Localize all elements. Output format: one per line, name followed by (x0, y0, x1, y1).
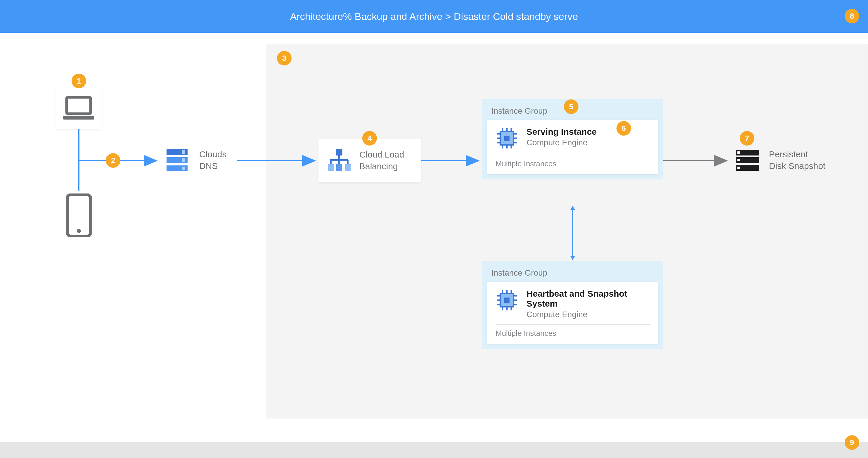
compute-engine-icon (496, 127, 518, 150)
phone-icon (65, 193, 92, 237)
svg-rect-0 (67, 97, 91, 114)
clb-line1: Cloud Load (359, 149, 404, 161)
phone-card (61, 190, 96, 240)
svg-rect-41 (737, 151, 740, 154)
svg-rect-42 (737, 159, 740, 161)
badge-6: 6 (616, 121, 631, 135)
divider (496, 155, 650, 155)
svg-point-3 (77, 229, 81, 233)
dns-line1: Clouds (199, 149, 226, 160)
disk-snapshot-icon (733, 146, 762, 174)
svg-rect-21 (345, 164, 350, 171)
svg-rect-1 (63, 116, 94, 120)
ig1-card-title: Serving Instance (526, 127, 597, 137)
load-balancer-icon (327, 148, 352, 173)
svg-rect-11 (182, 166, 185, 170)
pds-node: Persistent Disk Snapshot (733, 146, 825, 174)
badge-4: 4 (362, 131, 377, 146)
clb-label: Cloud Load Balancing (359, 149, 404, 173)
ig1-text: Serving Instance Compute Engine (526, 127, 597, 147)
svg-rect-24 (504, 135, 509, 141)
ig2-card: Heartbeat and Snapshot System Compute En… (487, 282, 658, 344)
ig1-card-subtitle: Compute Engine (526, 138, 597, 147)
ig1-card-meta: Multiple Instances (496, 159, 650, 169)
laptop-icon (63, 96, 95, 122)
pds-line1: Persistent (769, 149, 825, 160)
header-bar: Architecture% Backup and Archive > Disas… (0, 0, 868, 33)
dns-label: Clouds DNS (199, 149, 226, 172)
ig2-title: Instance Group (487, 266, 658, 282)
pds-line2: Disk Snapshot (769, 160, 825, 172)
dns-icon (164, 146, 192, 174)
svg-rect-43 (737, 166, 740, 169)
svg-rect-13 (336, 149, 342, 155)
diagram-canvas: 3 1 2 (0, 33, 868, 442)
pds-label: Persistent Disk Snapshot (769, 149, 825, 172)
svg-rect-10 (182, 158, 185, 162)
badge-8: 8 (845, 9, 859, 23)
instance-group-2: Instance Group Heartbeat and Snapshot Sy… (482, 261, 663, 349)
laptop-card (56, 88, 102, 129)
badge-2: 2 (106, 153, 120, 168)
badge-7: 7 (740, 131, 754, 146)
clb-line2: Balancing (359, 160, 404, 173)
ig1-card: Serving Instance Compute Engine Multiple… (487, 120, 658, 174)
page-title: Architecture% Backup and Archive > Disas… (290, 11, 578, 22)
dns-node: Clouds DNS (164, 146, 226, 174)
ig2-card-title: Heartbeat and Snapshot System (526, 289, 650, 309)
svg-rect-19 (328, 164, 334, 171)
badge-9: 9 (845, 435, 859, 450)
footer-bar: 9 (0, 442, 868, 458)
badge-5: 5 (564, 99, 579, 114)
dns-line2: DNS (199, 160, 226, 172)
ig2-card-subtitle: Compute Engine (526, 310, 650, 319)
divider (496, 325, 650, 325)
svg-rect-46 (504, 298, 509, 303)
compute-engine-icon (496, 289, 518, 312)
svg-rect-9 (182, 150, 185, 154)
ig2-card-meta: Multiple Instances (496, 329, 650, 338)
svg-rect-20 (336, 164, 342, 171)
ig2-text: Heartbeat and Snapshot System Compute En… (526, 289, 650, 319)
badge-3: 3 (277, 51, 291, 65)
badge-1: 1 (71, 74, 86, 88)
